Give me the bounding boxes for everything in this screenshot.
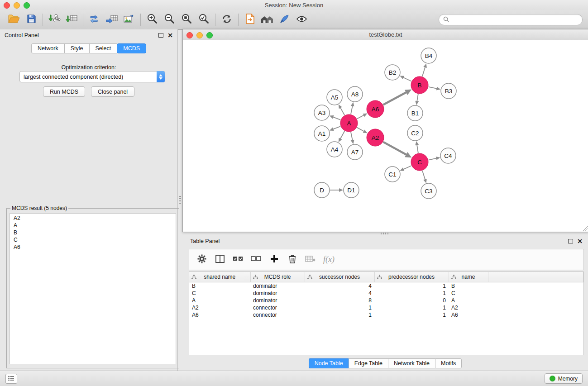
network-edge-C-C4[interactable] [429, 157, 440, 160]
network-edge-A-A8[interactable] [351, 102, 354, 114]
column-header-successor-nodes[interactable]: successor nodes [305, 272, 374, 282]
network-edge-C-C3[interactable] [422, 171, 427, 183]
network-node-C4[interactable]: C4 [440, 148, 456, 163]
network-canvas[interactable]: B4B2BB3A5A8A6B1A3AC2A1A2A4A7C4CC1C3DD1 [183, 40, 588, 232]
network-edge-B-B2[interactable] [400, 76, 411, 81]
table-cell[interactable]: A2 [449, 304, 488, 311]
tab-select[interactable]: Select [89, 43, 117, 53]
network-node-C1[interactable]: C1 [385, 167, 400, 182]
minimize-window-button[interactable] [196, 32, 203, 38]
tab-network-table[interactable]: Network Table [388, 358, 435, 368]
table-cell[interactable]: 8 [305, 297, 374, 304]
column-header-shared-name[interactable]: shared name [189, 272, 250, 282]
column-header-MCDS-role[interactable]: MCDS role [250, 272, 305, 282]
zoom-fit-button[interactable] [178, 12, 195, 28]
table-cell[interactable]: A [189, 297, 250, 304]
network-node-A8[interactable]: A8 [347, 86, 363, 102]
mcds-result-item[interactable]: A2 [10, 214, 176, 222]
network-node-B2[interactable]: B2 [385, 65, 400, 80]
network-edge-A-A7[interactable] [351, 132, 354, 144]
table-cell[interactable]: A [449, 297, 488, 304]
zoom-in-button[interactable] [143, 12, 161, 28]
network-node-C[interactable]: C [411, 153, 428, 171]
table-cell[interactable]: 4 [305, 290, 374, 297]
network-edge-A-A5[interactable] [339, 105, 344, 115]
network-edge-A-A6[interactable] [357, 113, 368, 119]
network-edge-C-C2[interactable] [415, 141, 419, 153]
tab-node-table[interactable]: Node Table [309, 358, 349, 368]
network-node-A[interactable]: A [340, 114, 358, 132]
table-cell[interactable]: 1 [374, 290, 449, 297]
delete-table-button[interactable] [302, 252, 319, 267]
zoom-window-button[interactable] [206, 32, 213, 38]
zoom-window-button[interactable] [24, 2, 30, 9]
table-cell[interactable]: 1 [305, 304, 374, 311]
open-file-button[interactable] [5, 12, 23, 28]
vertical-splitter[interactable] [178, 29, 182, 371]
tab-network[interactable]: Network [31, 43, 64, 53]
search-input[interactable] [451, 16, 578, 24]
close-panel-icon[interactable]: ✕ [167, 33, 173, 38]
search-field[interactable] [439, 14, 583, 25]
network-node-A1[interactable]: A1 [314, 126, 330, 141]
network-edge-A-A1[interactable] [330, 126, 341, 131]
network-node-A5[interactable]: A5 [327, 90, 342, 105]
close-window-button[interactable] [186, 32, 193, 38]
table-cell[interactable]: C [189, 290, 250, 297]
table-cell[interactable]: 1 [374, 311, 449, 319]
table-row[interactable]: Adominator80A [189, 297, 583, 304]
table-cell[interactable]: 1 [374, 282, 449, 290]
deselect-all-button[interactable] [248, 252, 264, 267]
run-mcds-button[interactable]: Run MCDS [43, 86, 85, 97]
import-network-button[interactable] [46, 12, 63, 28]
network-edge-B-B4[interactable] [422, 63, 427, 76]
table-cell[interactable]: A6 [189, 311, 250, 319]
network-node-B1[interactable]: B1 [407, 105, 423, 121]
table-cell[interactable]: 0 [374, 297, 449, 304]
table-cell[interactable]: dominator [250, 282, 305, 290]
table-cell[interactable]: dominator [250, 297, 305, 304]
resize-grip[interactable] [583, 226, 588, 231]
network-edge-A-A3[interactable] [330, 115, 341, 120]
column-visibility-button[interactable] [212, 252, 228, 267]
delete-row-button[interactable] [284, 252, 301, 267]
float-panel-icon[interactable] [568, 239, 573, 243]
style-brush-button[interactable] [276, 12, 293, 28]
function-builder-button[interactable]: f(x) [323, 255, 335, 264]
table-cell[interactable]: A6 [449, 311, 488, 319]
table-settings-button[interactable] [194, 252, 210, 267]
mcds-result-item[interactable]: A6 [10, 243, 176, 251]
column-header-name[interactable]: name [449, 272, 488, 282]
table-cell[interactable]: connector [250, 311, 305, 319]
mcds-result-item[interactable]: A [10, 222, 176, 229]
network-edge-A-A2[interactable] [357, 128, 368, 133]
table-cell[interactable]: A2 [189, 304, 250, 311]
table-cell[interactable]: 4 [305, 282, 374, 290]
minimize-window-button[interactable] [14, 2, 20, 9]
network-overview-button[interactable] [258, 12, 276, 28]
network-edge-A-A4[interactable] [339, 131, 345, 143]
select-all-button[interactable] [230, 252, 246, 267]
criterion-select[interactable]: largest connected component (directed) [19, 71, 165, 82]
import-table-button[interactable] [63, 12, 80, 28]
column-header-predecessor-nodes[interactable]: predecessor nodes [374, 272, 449, 282]
network-edge-D-D1[interactable] [330, 188, 343, 192]
task-history-button[interactable] [5, 374, 17, 384]
network-edge-A6-B[interactable] [383, 90, 412, 105]
memory-button[interactable]: Memory [545, 373, 583, 384]
network-node-D[interactable]: D [314, 182, 330, 198]
table-cell[interactable]: C [449, 290, 488, 297]
network-node-A2[interactable]: A2 [367, 129, 384, 146]
horizontal-splitter[interactable] [182, 231, 588, 235]
network-node-A4[interactable]: A4 [327, 142, 342, 157]
network-edge-B-B1[interactable] [415, 94, 419, 105]
tab-motifs[interactable]: Motifs [435, 358, 462, 368]
network-from-web-button[interactable] [86, 12, 103, 28]
zoom-out-button[interactable] [161, 12, 178, 28]
tab-edge-table[interactable]: Edge Table [349, 358, 388, 368]
zoom-selected-button[interactable] [195, 12, 212, 28]
table-cell[interactable]: B [449, 282, 488, 290]
show-hide-button[interactable] [293, 12, 310, 28]
tab-style[interactable]: Style [64, 43, 89, 53]
network-node-A7[interactable]: A7 [347, 144, 363, 160]
